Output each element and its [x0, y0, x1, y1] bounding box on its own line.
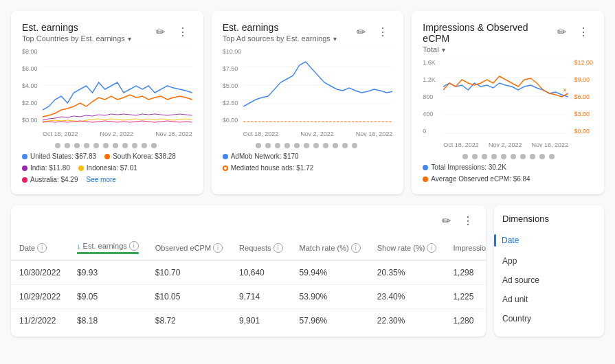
edit-button-countries[interactable]: ✏	[151, 22, 170, 41]
card-subtitle-countries[interactable]: Top Countries by Est. earnings ▾	[22, 34, 131, 43]
earnings-sort-bar	[77, 252, 139, 254]
dim-item-ad-unit[interactable]: Ad unit	[494, 290, 604, 309]
dimensions-panel: Dimensions Date App Ad source Ad unit Co…	[494, 205, 604, 337]
subtitle-dropdown-countries: ▾	[128, 35, 131, 43]
legend-countries: United States: $67.83 South Korea: $38.2…	[22, 152, 192, 183]
dim-item-app[interactable]: App	[494, 251, 604, 271]
legend-item-mediated: Mediated house ads: $1.72	[223, 164, 314, 172]
svg-point-15	[151, 143, 157, 148]
chart-area-ecpm: 1.6K 1.2K 800 400 0 $12.00 $9.00 $6.00 $…	[423, 59, 593, 148]
svg-point-9	[93, 143, 99, 148]
svg-point-24	[284, 143, 290, 148]
dots-row-ecpm	[423, 154, 593, 159]
dim-item-date[interactable]: Date	[494, 229, 604, 251]
svg-point-22	[265, 143, 271, 148]
card-header-countries: Est. earnings Top Countries by Est. earn…	[22, 22, 192, 43]
more-button-ecpm[interactable]: ⋮	[574, 22, 593, 41]
cell-show-1: 20.35%	[369, 260, 445, 285]
cell-earnings-2: $9.05	[69, 285, 147, 309]
more-button-sources[interactable]: ⋮	[373, 22, 392, 41]
info-icon-requests[interactable]: i	[273, 243, 283, 253]
legend-dot-impressions	[423, 165, 428, 170]
legend-item-korea: South Korea: $38.28	[104, 152, 176, 160]
y-axis-right-ecpm: $12.00 $9.00 $6.00 $3.00 $0.00	[574, 59, 593, 135]
legend-item-us: United States: $67.83	[22, 152, 96, 160]
dimensions-title: Dimensions	[494, 214, 604, 229]
subtitle-dropdown-sources: ▾	[333, 35, 337, 43]
info-icon-date[interactable]: i	[37, 243, 47, 253]
chart-svg-sources	[243, 48, 393, 124]
card-actions-ecpm: ✏ ⋮	[552, 22, 593, 41]
col-match-rate: Match rate (%) i	[291, 236, 369, 260]
table-card-header: ✏ ⋮	[11, 205, 486, 236]
x-axis-countries: Oct 18, 2022 Nov 2, 2022 Nov 16, 2022	[43, 130, 192, 137]
legend-item-india: India: $11.80	[22, 164, 70, 172]
legend-dot-korea	[104, 154, 110, 159]
info-icon-show[interactable]: i	[427, 243, 436, 253]
card-title-group-ecpm: Impressions & Observed eCPM Total ▾	[423, 22, 552, 54]
svg-point-31	[352, 143, 357, 148]
table-row: 10/29/2022 $9.05 $10.05 9,714 53.90% 23.…	[11, 285, 486, 309]
cell-imp-2: 1,225	[445, 285, 486, 309]
dots-row-countries	[22, 143, 192, 148]
impressions-ecpm-card: Impressions & Observed eCPM Total ▾ ✏ ⋮ …	[412, 11, 604, 194]
cell-earnings-1: $9.93	[69, 260, 147, 285]
info-icon-match[interactable]: i	[351, 243, 361, 253]
info-icon-ecpm-col[interactable]: i	[213, 243, 223, 253]
cell-match-3: 57.96%	[291, 309, 369, 333]
legend-dot-avg-ecpm	[423, 177, 428, 182]
svg-point-6	[65, 143, 70, 148]
dim-item-country[interactable]: Country	[494, 309, 604, 328]
card-subtitle-ecpm[interactable]: Total ▾	[423, 45, 552, 54]
svg-point-13	[132, 143, 137, 148]
cell-requests-2: 9,714	[231, 285, 291, 309]
cell-ecpm-2: $10.05	[147, 285, 231, 309]
y-axis-countries: $8.00 $6.00 $4.00 $2.00 $0.00	[22, 48, 38, 124]
legend-dot-australia	[22, 177, 27, 183]
dots-row-sources	[223, 143, 393, 148]
info-icon-earnings[interactable]: i	[129, 241, 139, 251]
svg-text:✕: ✕	[563, 87, 568, 93]
svg-point-43	[511, 154, 516, 159]
legend-dot-us	[22, 154, 27, 159]
card-title-group-sources: Est. earnings Top Ad sources by Est. ear…	[223, 22, 337, 43]
legend-dot-mediated	[223, 166, 228, 171]
svg-point-27	[313, 143, 319, 148]
y-axis-left-ecpm: 1.6K 1.2K 800 400 0	[423, 59, 436, 135]
col-impressions: Impressions i	[445, 236, 486, 260]
svg-point-28	[323, 143, 328, 148]
card-subtitle-sources[interactable]: Top Ad sources by Est. earnings ▾	[223, 34, 337, 43]
edit-button-sources[interactable]: ✏	[351, 22, 370, 41]
cell-date-1: 10/30/2022	[11, 260, 69, 285]
legend-see-more[interactable]: See more	[87, 176, 116, 183]
legend-dot-indonesia	[78, 166, 84, 171]
svg-point-7	[74, 143, 80, 148]
svg-point-47	[549, 154, 555, 159]
svg-point-23	[275, 143, 280, 148]
bottom-section: ✏ ⋮ Date i ↓ Est. earnings	[0, 205, 615, 348]
more-button-countries[interactable]: ⋮	[173, 22, 192, 41]
svg-point-42	[501, 154, 506, 159]
chart-inner-sources	[243, 48, 393, 124]
col-observed-ecpm: Observed eCPM i	[147, 236, 231, 260]
table-edit-button[interactable]: ✏	[436, 211, 456, 230]
dim-item-ad-source[interactable]: Ad source	[494, 271, 604, 290]
table-more-button[interactable]: ⋮	[458, 211, 478, 230]
cell-show-3: 22.30%	[369, 309, 445, 333]
svg-point-41	[491, 154, 497, 159]
legend-sources: AdMob Network: $170 Mediated house ads: …	[223, 152, 393, 172]
cell-date-2: 10/29/2022	[11, 285, 69, 309]
edit-button-ecpm[interactable]: ✏	[552, 22, 571, 41]
table-row: 11/2/2022 $8.18 $8.72 9,901 57.96% 22.30…	[11, 309, 486, 333]
chart-svg-ecpm: ✕	[443, 59, 568, 135]
col-date: Date i	[11, 236, 69, 260]
chart-svg-countries	[43, 48, 192, 124]
svg-point-21	[256, 143, 261, 148]
card-actions-countries: ✏ ⋮	[151, 22, 192, 41]
legend-ecpm: Total Impressions: 30.2K Average Observe…	[423, 163, 593, 183]
legend-dot-admob	[223, 154, 228, 159]
card-header-ecpm: Impressions & Observed eCPM Total ▾ ✏ ⋮	[423, 22, 593, 54]
legend-item-avg-ecpm: Average Observed eCPM: $6.84	[423, 175, 530, 183]
svg-point-11	[113, 143, 118, 148]
svg-point-5	[55, 143, 60, 148]
